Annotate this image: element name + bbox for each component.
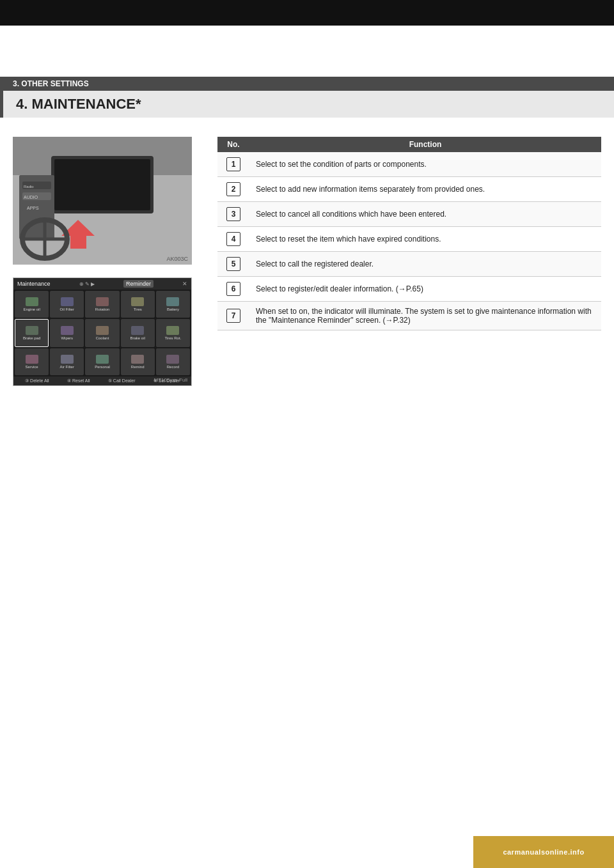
list-item[interactable]: Rotation — [85, 291, 119, 318]
table-cell-function: Select to call the registered dealer. — [249, 252, 601, 277]
car-dashboard-svg: Radio AUDIO APPS — [13, 137, 192, 265]
table-cell-function: Select to set the condition of parts or … — [249, 152, 601, 177]
table-cell-no: 5 — [217, 252, 249, 277]
maint-screen: Maintenance ⊕ ✎ ▶ Reminder ✕ Engine oil — [13, 278, 191, 385]
number-badge: 2 — [226, 182, 240, 196]
right-column: No. Function 1Select to set the conditio… — [217, 137, 601, 386]
watermark-bar: carmanualsonline.info — [473, 836, 614, 868]
table-cell-function: Select to register/edit dealer informati… — [249, 277, 601, 302]
section-header-text: 3. OTHER SETTINGS — [13, 79, 89, 88]
cell-icon — [96, 355, 109, 364]
table-cell-no: 6 — [217, 277, 249, 302]
cell-icon — [166, 326, 179, 335]
svg-text:Radio: Radio — [24, 185, 34, 189]
list-item[interactable]: Engine oil — [15, 291, 49, 318]
table-row: 2Select to add new information items sep… — [217, 177, 601, 202]
list-item[interactable]: Record — [156, 348, 190, 375]
cell-icon — [61, 326, 74, 335]
screen-icons: ⊕ ✎ ▶ — [79, 281, 95, 287]
list-item[interactable]: Brake pad — [15, 319, 49, 347]
table-row: 4Select to reset the item which have exp… — [217, 227, 601, 252]
cell-icon — [26, 355, 38, 364]
list-item[interactable]: Tires Rot. — [156, 319, 190, 347]
table-cell-no: 1 — [217, 152, 249, 177]
car-image-caption: AK003C — [166, 256, 188, 262]
table-row: 7When set to on, the indicator will illu… — [217, 302, 601, 330]
list-item[interactable]: Service — [15, 348, 49, 375]
screen-header-left: Maintenance — [17, 281, 51, 287]
left-column: Radio AUDIO APPS AK003C — [13, 137, 205, 386]
car-image: Radio AUDIO APPS AK003C — [13, 137, 192, 265]
list-item[interactable]: Wipers — [50, 319, 84, 347]
cell-icon — [96, 297, 109, 306]
list-item[interactable]: Battery — [156, 291, 190, 318]
car-image-container: Radio AUDIO APPS AK003C — [13, 137, 205, 265]
table-cell-no: 4 — [217, 227, 249, 252]
footer-reset-all[interactable]: ④ Reset All — [67, 378, 90, 384]
screen-image-container: Maintenance ⊕ ✎ ▶ Reminder ✕ Engine oil — [13, 277, 205, 386]
svg-rect-3 — [54, 159, 150, 210]
table-row: 6Select to register/edit dealer informat… — [217, 277, 601, 302]
cell-icon — [166, 355, 179, 364]
top-bar — [0, 0, 614, 26]
table-row: 1Select to set the condition of parts or… — [217, 152, 601, 177]
cell-icon — [131, 297, 144, 306]
table-row: 3Select to cancel all conditions which h… — [217, 202, 601, 227]
list-item[interactable]: Air Filter — [50, 348, 84, 375]
list-item[interactable]: Brake oil — [121, 319, 155, 347]
page-wrapper: 3. OTHER SETTINGS 4. MAINTENANCE* — [0, 0, 614, 868]
number-badge: 6 — [226, 282, 240, 296]
screen-image: Maintenance ⊕ ✎ ▶ Reminder ✕ Engine oil — [13, 277, 192, 386]
cell-icon — [26, 297, 38, 306]
screen-header-right: Reminder — [123, 280, 154, 288]
content-area: Radio AUDIO APPS AK003C — [0, 130, 614, 399]
cell-icon — [131, 326, 144, 335]
svg-text:AUDIO: AUDIO — [24, 195, 38, 199]
watermark-text: carmanualsonline.info — [503, 848, 584, 856]
screen-image-caption: MT105yss-Full — [154, 377, 187, 383]
list-item[interactable]: Tires — [121, 291, 155, 318]
table-cell-no: 2 — [217, 177, 249, 202]
table-cell-no: 3 — [217, 202, 249, 227]
number-badge: 7 — [226, 309, 240, 323]
table-cell-function: Select to cancel all conditions which ha… — [249, 202, 601, 227]
number-badge: 1 — [226, 157, 240, 171]
function-table: No. Function 1Select to set the conditio… — [217, 137, 601, 330]
cell-icon — [96, 326, 109, 335]
cell-icon — [61, 297, 74, 306]
list-item[interactable]: Personal — [85, 348, 119, 375]
list-item[interactable]: Coolant — [85, 319, 119, 347]
maint-screen-grid: Engine oil Oil Filter Rotation — [13, 290, 191, 376]
table-cell-function: When set to on, the indicator will illum… — [249, 302, 601, 330]
footer-delete-all[interactable]: ③ Delete All — [25, 378, 49, 384]
svg-text:APPS: APPS — [27, 206, 39, 210]
table-header-function: Function — [249, 137, 601, 152]
number-badge: 5 — [226, 257, 240, 271]
cell-icon — [26, 326, 38, 335]
list-item[interactable]: Remind — [121, 348, 155, 375]
table-cell-no: 7 — [217, 302, 249, 330]
footer-call-dealer[interactable]: ⑤ Call Dealer — [108, 378, 136, 384]
cell-icon — [166, 297, 179, 306]
maint-screen-header: Maintenance ⊕ ✎ ▶ Reminder ✕ — [13, 278, 191, 290]
table-cell-function: Select to reset the item which have expi… — [249, 227, 601, 252]
table-row: 5Select to call the registered dealer. — [217, 252, 601, 277]
list-item[interactable]: Oil Filter — [50, 291, 84, 318]
screen-close-icon: ✕ — [182, 281, 187, 287]
number-badge: 4 — [226, 232, 240, 246]
section-header: 3. OTHER SETTINGS — [0, 77, 614, 91]
number-badge: 3 — [226, 207, 240, 221]
cell-icon — [61, 355, 74, 364]
table-header-no: No. — [217, 137, 249, 152]
cell-icon — [131, 355, 144, 364]
table-cell-function: Select to add new information items sepa… — [249, 177, 601, 202]
page-title: 4. MAINTENANCE* — [0, 91, 614, 118]
page-title-text: 4. MAINTENANCE* — [16, 96, 141, 112]
